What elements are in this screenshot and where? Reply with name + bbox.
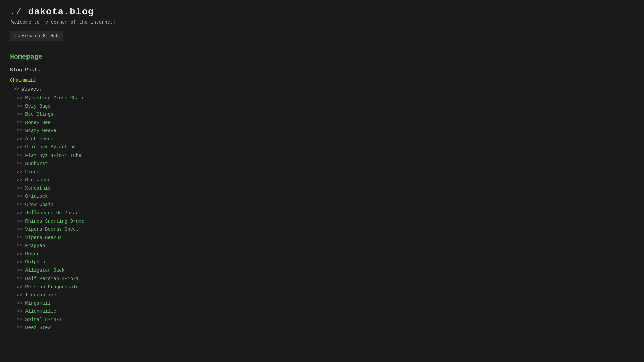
page-heading: Homepage [10,53,634,61]
post-link[interactable]: Persian Dragonscale [25,284,79,290]
post-link[interactable]: Byzy Bugs [25,104,51,109]
weaves-label: >> Weaves: [13,86,634,92]
weaves-text: Weaves: [22,86,42,92]
link-prefix: >> [17,235,25,240]
post-link[interactable]: Sunburst [25,161,48,166]
link-prefix: >> [17,284,25,290]
list-item: >> Spiral 8-in-2 [17,316,634,324]
post-link[interactable]: Alligator Back [25,268,65,273]
link-prefix: >> [17,309,25,314]
path-prefix: ./ [10,7,22,17]
post-link[interactable]: Honey Bee [25,120,51,125]
post-link[interactable]: Gridlock Byzantine [25,144,76,150]
link-prefix: >> [17,104,25,109]
link-prefix: >> [17,144,25,150]
link-prefix: >> [17,227,25,232]
post-link[interactable]: Byzantine Cross Chain [25,95,84,101]
link-prefix: >> [17,177,25,183]
link-prefix: >> [17,325,25,330]
link-prefix: >> [17,202,25,207]
post-link[interactable]: Ficus [25,169,39,175]
list-item: >> Dolphin [17,258,634,266]
post-link[interactable]: Xenesthis [25,186,51,191]
site-title: ./ dakota.blog [10,7,634,17]
list-item: >> Pragyan [17,242,634,250]
post-link[interactable]: Crow Chain [25,202,53,207]
post-link[interactable]: Rhinos Snorting Drano [25,219,84,224]
post-link[interactable]: Archimedes [25,136,53,142]
link-prefix: >> [17,186,25,191]
link-prefix: >> [17,292,25,298]
link-prefix: >> [17,153,25,158]
link-prefix: >> [17,317,25,322]
post-link[interactable]: Vipera Beerus Sheet [25,227,79,232]
github-icon: ○ [15,34,20,38]
weaves-prefix: >> [13,86,22,92]
list-item: >> Alligator Back [17,266,634,275]
post-link[interactable]: Gridlock [25,194,48,199]
post-link[interactable]: Alienmaille [25,309,56,314]
post-link[interactable]: Beez Stew [25,325,51,330]
list-item: >> Rover [17,250,634,258]
github-button-label: View on GitHub [22,33,58,38]
list-item: >> Vipera Beerus Sheet [17,225,634,234]
link-prefix: >> [17,251,25,257]
main-content: Homepage Blog Posts: Chainmail: >> Weave… [0,46,644,339]
list-item: >> Orc Weave [17,176,634,184]
post-link[interactable]: Pragyan [25,243,45,248]
blog-posts-label: Blog Posts: [10,67,634,73]
list-item: >> Gridlock [17,192,634,201]
link-prefix: >> [17,268,25,273]
list-item: >> Byzy Bugs [17,102,634,111]
list-item: >> Xenesthis [17,184,634,193]
list-item: >> Crow Chain [17,201,634,209]
post-link[interactable]: Orc Weave [25,177,51,183]
post-link[interactable]: Kingsmail [25,301,51,306]
post-link[interactable]: Dolphin [25,259,45,265]
link-prefix: >> [17,243,25,248]
site-subtitle: Welcome to my corner of the internet! [11,20,634,25]
link-prefix: >> [17,95,25,101]
link-prefix: >> [17,128,25,133]
link-prefix: >> [17,219,25,224]
post-link[interactable]: Bee Stings [25,112,53,117]
link-prefix: >> [17,194,25,199]
list-item: >> Honey Bee [17,119,634,127]
list-item: >> Flat Byz 4-in-1 Tube [17,152,634,160]
post-link[interactable]: Jellybeans On Parade [25,210,82,216]
list-item: >> Beez Stew [17,324,634,332]
list-item: >> Bee Stings [17,110,634,119]
post-link[interactable]: Rover [25,251,39,257]
list-item: >> Persian Dragonscale [17,283,634,291]
list-item: >> Rhinos Snorting Drano [17,217,634,226]
site-name: dakota.blog [28,7,94,17]
post-link[interactable]: Spiral 8-in-2 [25,317,62,322]
list-item: >> Half Persian 4-in-1 [17,275,634,283]
post-link[interactable]: Vipera Beerus [25,235,62,240]
list-item: >> Gridlock Byzantine [17,143,634,152]
list-item: >> Sunburst [17,160,634,168]
list-item: >> Kingsmail [17,299,634,308]
links-list: >> Byzantine Cross Chain>> Byzy Bugs>> B… [17,94,634,332]
post-link[interactable]: Treezantine [25,292,56,298]
link-prefix: >> [17,276,25,281]
list-item: >> Vipera Beerus [17,234,634,242]
list-item: >> Archimedes [17,135,634,143]
list-item: >> Jellybeans On Parade [17,209,634,217]
link-prefix: >> [17,112,25,117]
post-link[interactable]: Half Persian 4-in-1 [25,276,79,281]
link-prefix: >> [17,259,25,265]
category-label: Chainmail: [10,78,634,83]
link-prefix: >> [17,169,25,175]
post-link[interactable]: Flat Byz 4-in-1 Tube [25,153,82,158]
list-item: >> Alienmaille [17,307,634,316]
site-header: ./ dakota.blog Welcome to my corner of t… [0,0,644,46]
list-item: >> Byzantine Cross Chain [17,94,634,102]
link-prefix: >> [17,161,25,166]
post-link[interactable]: Scary Weave [25,128,56,133]
link-prefix: >> [17,120,25,125]
github-button[interactable]: ○ View on GitHub [10,31,63,41]
list-item: >> Scary Weave [17,127,634,135]
link-prefix: >> [17,301,25,306]
list-item: >> Treezantine [17,291,634,299]
